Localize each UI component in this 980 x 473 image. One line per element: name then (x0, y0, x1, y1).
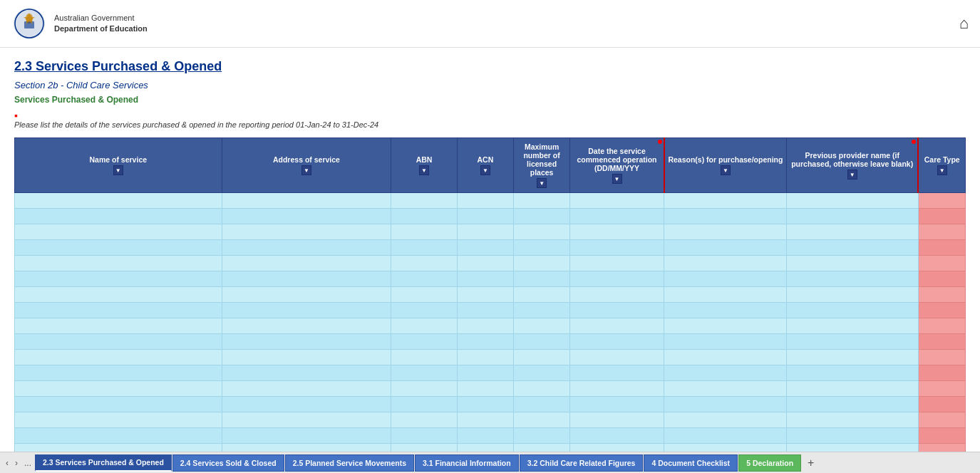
table-cell-row11-col1[interactable] (222, 365, 391, 381)
table-cell-row10-col5[interactable] (570, 350, 664, 365)
table-cell-row15-col4[interactable] (514, 428, 570, 444)
table-cell-row11-col5[interactable] (570, 365, 664, 381)
tab-3-2[interactable]: 3.2 Child Care Related Figures (520, 454, 644, 472)
table-cell-row15-col7[interactable] (787, 428, 919, 444)
table-cell-row10-col4[interactable] (514, 350, 570, 365)
table-cell-row15-col1[interactable] (222, 428, 391, 444)
table-cell-row12-col3[interactable] (457, 381, 513, 397)
table-cell-row11-col4[interactable] (514, 365, 570, 381)
table-cell-row12-col6[interactable] (664, 381, 787, 397)
table-cell-row10-col6[interactable] (664, 350, 787, 365)
table-cell-row3-col3[interactable] (457, 240, 513, 256)
dropdown-addr[interactable]: ▼ (301, 165, 311, 175)
table-cell-row2-col0[interactable] (15, 224, 222, 240)
table-cell-row4-col0[interactable] (15, 256, 222, 271)
table-cell-row11-col6[interactable] (664, 365, 787, 381)
table-cell-row13-col2[interactable] (391, 397, 457, 412)
table-cell-row16-col5[interactable] (570, 444, 664, 452)
table-cell-row14-col0[interactable] (15, 412, 222, 428)
tab-5[interactable]: 5 Declaration (738, 454, 801, 472)
table-cell-row0-col5[interactable] (570, 193, 664, 209)
table-cell-row9-col4[interactable] (514, 334, 570, 350)
table-cell-row9-col8[interactable] (918, 334, 965, 350)
table-cell-row2-col3[interactable] (457, 224, 513, 240)
table-cell-row5-col4[interactable] (514, 271, 570, 287)
table-cell-row15-col6[interactable] (664, 428, 787, 444)
table-cell-row4-col3[interactable] (457, 256, 513, 271)
dropdown-maxplaces[interactable]: ▼ (537, 178, 547, 188)
table-cell-row0-col4[interactable] (514, 193, 570, 209)
dropdown-prevprov[interactable]: ▼ (847, 170, 857, 180)
table-cell-row9-col3[interactable] (457, 334, 513, 350)
table-cell-row1-col1[interactable] (222, 209, 391, 224)
table-cell-row6-col3[interactable] (457, 287, 513, 303)
table-cell-row8-col0[interactable] (15, 318, 222, 334)
table-cell-row13-col1[interactable] (222, 397, 391, 412)
table-cell-row0-col3[interactable] (457, 193, 513, 209)
table-cell-row14-col3[interactable] (457, 412, 513, 428)
table-cell-row11-col2[interactable] (391, 365, 457, 381)
table-cell-row14-col8[interactable] (918, 412, 965, 428)
table-cell-row5-col8[interactable] (918, 271, 965, 287)
table-cell-row3-col2[interactable] (391, 240, 457, 256)
table-cell-row1-col6[interactable] (664, 209, 787, 224)
table-cell-row7-col0[interactable] (15, 303, 222, 318)
table-cell-row9-col7[interactable] (787, 334, 919, 350)
tab-2-3[interactable]: 2.3 Services Purchased & Opened (35, 454, 172, 472)
table-cell-row15-col0[interactable] (15, 428, 222, 444)
tab-nav-ellipsis[interactable]: ... (21, 457, 34, 469)
table-cell-row9-col5[interactable] (570, 334, 664, 350)
table-cell-row16-col6[interactable] (664, 444, 787, 452)
table-cell-row3-col7[interactable] (787, 240, 919, 256)
table-cell-row8-col1[interactable] (222, 318, 391, 334)
dropdown-name[interactable]: ▼ (113, 165, 123, 175)
table-cell-row13-col0[interactable] (15, 397, 222, 412)
table-cell-row0-col8[interactable] (918, 193, 965, 209)
table-cell-row12-col0[interactable] (15, 381, 222, 397)
table-cell-row1-col8[interactable] (918, 209, 965, 224)
table-cell-row8-col2[interactable] (391, 318, 457, 334)
table-cell-row12-col4[interactable] (514, 381, 570, 397)
tab-4[interactable]: 4 Document Checklist (644, 454, 738, 472)
table-cell-row13-col5[interactable] (570, 397, 664, 412)
table-cell-row1-col0[interactable] (15, 209, 222, 224)
tab-nav-prev[interactable]: ‹ (3, 457, 11, 469)
dropdown-acn[interactable]: ▼ (480, 165, 490, 175)
table-cell-row7-col6[interactable] (664, 303, 787, 318)
table-cell-row6-col5[interactable] (570, 287, 664, 303)
table-cell-row6-col8[interactable] (918, 287, 965, 303)
table-cell-row0-col1[interactable] (222, 193, 391, 209)
table-cell-row12-col1[interactable] (222, 381, 391, 397)
table-cell-row2-col4[interactable] (514, 224, 570, 240)
table-cell-row6-col7[interactable] (787, 287, 919, 303)
table-cell-row3-col5[interactable] (570, 240, 664, 256)
table-cell-row11-col7[interactable] (787, 365, 919, 381)
home-icon[interactable]: ⌂ (959, 14, 969, 33)
table-cell-row7-col7[interactable] (787, 303, 919, 318)
table-cell-row0-col0[interactable] (15, 193, 222, 209)
table-cell-row1-col7[interactable] (787, 209, 919, 224)
table-cell-row5-col3[interactable] (457, 271, 513, 287)
table-cell-row14-col6[interactable] (664, 412, 787, 428)
table-cell-row5-col1[interactable] (222, 271, 391, 287)
tab-nav-next[interactable]: › (12, 457, 21, 469)
table-cell-row3-col1[interactable] (222, 240, 391, 256)
table-cell-row16-col4[interactable] (514, 444, 570, 452)
table-cell-row2-col8[interactable] (918, 224, 965, 240)
table-cell-row6-col1[interactable] (222, 287, 391, 303)
table-cell-row8-col8[interactable] (918, 318, 965, 334)
table-cell-row10-col8[interactable] (918, 350, 965, 365)
table-cell-row12-col2[interactable] (391, 381, 457, 397)
table-cell-row13-col7[interactable] (787, 397, 919, 412)
table-cell-row10-col0[interactable] (15, 350, 222, 365)
table-cell-row9-col0[interactable] (15, 334, 222, 350)
table-cell-row11-col8[interactable] (918, 365, 965, 381)
tab-3-1[interactable]: 3.1 Financial Information (415, 454, 519, 472)
table-cell-row2-col1[interactable] (222, 224, 391, 240)
table-cell-row7-col3[interactable] (457, 303, 513, 318)
table-cell-row3-col0[interactable] (15, 240, 222, 256)
table-cell-row16-col3[interactable] (457, 444, 513, 452)
table-cell-row0-col2[interactable] (391, 193, 457, 209)
table-cell-row16-col2[interactable] (391, 444, 457, 452)
tab-add[interactable]: + (802, 455, 820, 471)
